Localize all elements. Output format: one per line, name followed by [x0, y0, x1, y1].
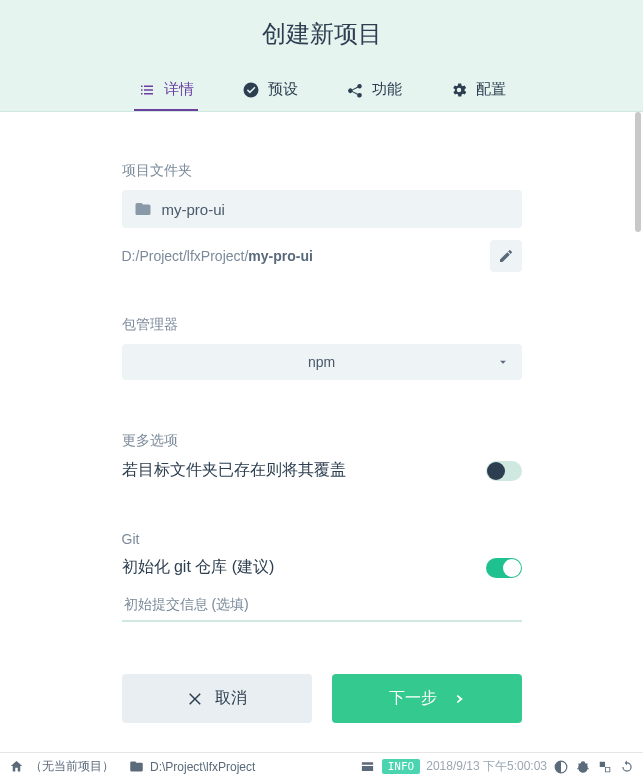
status-no-project: （无当前项目）	[30, 758, 114, 775]
tab-features[interactable]: 功能	[342, 70, 406, 111]
tab-label: 预设	[268, 80, 298, 99]
chevron-down-icon	[496, 355, 510, 369]
tab-label: 功能	[372, 80, 402, 99]
cancel-button[interactable]: 取消	[122, 674, 312, 723]
overwrite-label: 若目标文件夹已存在则将其覆盖	[122, 460, 346, 481]
project-folder-section: 项目文件夹 my-pro-ui D:/Project/lfxProject/my…	[122, 162, 522, 272]
page-title: 创建新项目	[0, 18, 643, 50]
git-init-label: 初始化 git 仓库 (建议)	[122, 557, 275, 578]
tabs: 详情 预设 功能 配置	[0, 70, 643, 111]
translate-icon[interactable]	[597, 759, 613, 775]
more-options-section: 更多选项 若目标文件夹已存在则将其覆盖	[122, 432, 522, 481]
share-icon	[346, 81, 364, 99]
git-init-toggle[interactable]	[486, 558, 522, 578]
overwrite-toggle[interactable]	[486, 461, 522, 481]
tab-details[interactable]: 详情	[134, 70, 198, 111]
project-folder-name: my-pro-ui	[162, 201, 225, 218]
git-commit-input[interactable]	[122, 588, 522, 622]
project-folder-input[interactable]: my-pro-ui	[122, 190, 522, 228]
project-path: D:/Project/lfxProject/my-pro-ui	[122, 248, 313, 264]
project-folder-label: 项目文件夹	[122, 162, 522, 180]
status-path[interactable]: D:\Project\lfxProject	[150, 760, 255, 774]
list-icon	[138, 81, 156, 99]
tab-label: 配置	[476, 80, 506, 99]
package-manager-label: 包管理器	[122, 316, 522, 334]
package-manager-select[interactable]: npm	[122, 344, 522, 380]
close-icon	[187, 690, 205, 708]
tab-label: 详情	[164, 80, 194, 99]
home-icon[interactable]	[8, 759, 24, 775]
next-label: 下一步	[389, 688, 437, 709]
statusbar: （无当前项目） D:\Project\lfxProject INFO 2018/…	[0, 752, 643, 780]
check-circle-icon	[242, 81, 260, 99]
log-level-badge[interactable]: INFO	[382, 759, 421, 774]
settings-icon	[450, 81, 468, 99]
scrollbar[interactable]	[635, 112, 641, 232]
pencil-icon	[498, 248, 514, 264]
git-section: Git 初始化 git 仓库 (建议)	[122, 531, 522, 622]
tab-config[interactable]: 配置	[446, 70, 510, 111]
refresh-icon[interactable]	[619, 759, 635, 775]
package-manager-section: 包管理器 npm	[122, 316, 522, 380]
folder-icon[interactable]	[128, 759, 144, 775]
folder-icon	[134, 200, 152, 218]
bug-icon[interactable]	[575, 759, 591, 775]
next-button[interactable]: 下一步	[332, 674, 522, 723]
tab-presets[interactable]: 预设	[238, 70, 302, 111]
cancel-label: 取消	[215, 688, 247, 709]
more-options-label: 更多选项	[122, 432, 522, 450]
contrast-icon[interactable]	[553, 759, 569, 775]
log-icon[interactable]	[360, 759, 376, 775]
status-datetime: 2018/9/13 下午5:00:03	[426, 758, 547, 775]
edit-path-button[interactable]	[490, 240, 522, 272]
arrow-right-icon	[447, 690, 465, 708]
git-label: Git	[122, 531, 522, 547]
package-manager-value: npm	[308, 354, 335, 370]
